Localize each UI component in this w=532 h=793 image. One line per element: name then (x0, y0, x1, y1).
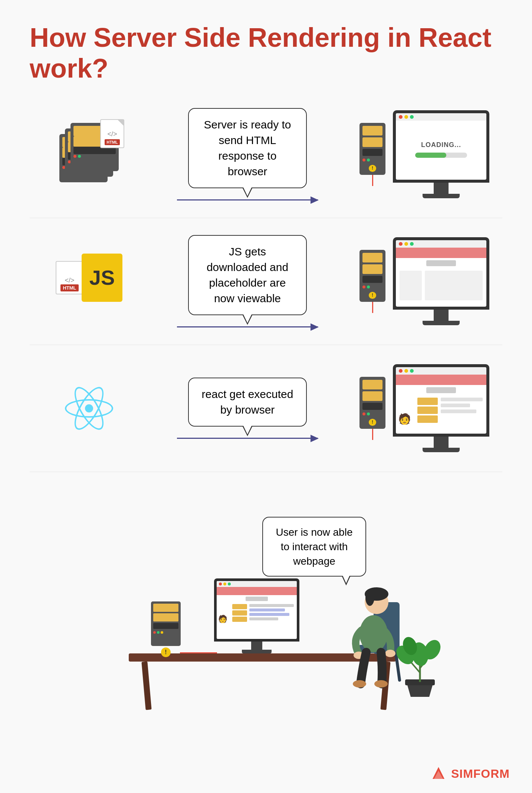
section4-bubble: User is now able to interact with webpag… (262, 517, 366, 577)
dm-line (249, 604, 294, 607)
monitor-stand (434, 183, 449, 194)
ph-body (396, 268, 486, 303)
svg-point-9 (385, 650, 395, 657)
monitor-frame: LOADING... (393, 110, 489, 183)
desk-monitor-stand (251, 642, 262, 650)
dm-figure: 🧑 (218, 614, 227, 623)
rs-content (441, 398, 483, 423)
monitor-base (423, 194, 460, 198)
section3-middle: react get executed by browser (148, 378, 347, 439)
warning-badge: ! (369, 165, 376, 172)
monitor-base-3 (423, 448, 460, 452)
section-4: User is now able to interact with webpag… (0, 472, 532, 740)
light-green (78, 155, 81, 158)
dm-header (217, 587, 297, 595)
ds-slot (153, 604, 178, 612)
rs-line (441, 398, 483, 401)
desk-monitor-screen: 🧑 (217, 581, 297, 639)
figure-icon: 🧑 (398, 413, 411, 425)
light-green (367, 412, 370, 415)
section3-left (30, 382, 148, 434)
loading-screen: LOADING... (396, 121, 486, 178)
monitor-frame-3: 🧑 (393, 364, 489, 437)
monitor-stand-3 (434, 437, 449, 448)
section3-arrow (177, 438, 318, 439)
section2-arrow (177, 326, 318, 327)
server-stack-icon: </> HTML (59, 123, 119, 186)
server-monitor-group: ! (359, 123, 385, 186)
server-slot (362, 380, 382, 389)
monitor-base-2 (423, 321, 460, 325)
server-slot (362, 391, 382, 401)
light-red (362, 159, 365, 161)
dm-search (246, 597, 268, 601)
desk-monitor-wrapper: 🧑 (214, 578, 299, 653)
rs-line (441, 409, 476, 413)
monitor-dots-3 (396, 367, 486, 375)
html-js-files-icon: </> HTML JS (56, 254, 122, 309)
dot-yellow (404, 242, 408, 246)
section2-bubble: JS gets downloaded and placeholder are n… (188, 235, 307, 315)
server-slot (362, 137, 382, 147)
ds-lights (153, 631, 178, 634)
server-lights (73, 155, 116, 158)
ds-slot-dark (153, 623, 178, 629)
dm-dots (217, 581, 297, 587)
cable-2 (372, 302, 373, 313)
server-slot (362, 264, 382, 274)
monitor-stand-2 (434, 310, 449, 321)
section1-right: ! LOADING... (347, 110, 502, 198)
monitor-loading: LOADING... (393, 110, 489, 198)
server-slot-dark (362, 276, 382, 283)
desk-leg-left (141, 661, 151, 710)
section-1: </> HTML Server is ready to send HTML re… (0, 91, 532, 218)
monitor-screen: LOADING... (396, 113, 486, 180)
dm-line (249, 617, 278, 620)
dot-red (399, 242, 403, 246)
light-yellow (161, 631, 163, 634)
section3-right: ! 🧑 (347, 364, 502, 452)
svg-point-7 (365, 590, 374, 606)
section1-left: </> HTML (30, 123, 148, 186)
svg-marker-12 (407, 684, 433, 697)
dot-yellow (404, 369, 408, 373)
monitor-placeholder (393, 237, 489, 325)
section-3: react get executed by browser ! (0, 345, 532, 471)
dot-green (410, 115, 414, 119)
section1-arrow (177, 199, 318, 200)
server-slot-dark (362, 403, 382, 410)
dm-dot-green (228, 582, 231, 585)
rs-line (441, 404, 470, 407)
react-screen-content: 🧑 (396, 375, 486, 432)
rs-sidebar (417, 398, 438, 423)
simform-logo: SIMFORM (430, 766, 510, 782)
light-green (157, 631, 160, 634)
rs-sidebar-item (417, 398, 438, 405)
svg-point-11 (374, 680, 388, 688)
page-title: How Server Side Rendering in React work? (0, 0, 532, 91)
dot-green (410, 369, 414, 373)
bubble-text-4: User is now able to interact with webpag… (276, 526, 353, 567)
server-monitor-group-3: ! (359, 377, 385, 440)
html-label: HTML (60, 284, 78, 291)
rs-header (396, 375, 486, 385)
server-lights (362, 159, 382, 161)
server-lights (362, 285, 382, 288)
server-slot (362, 253, 382, 262)
react-logo-icon (63, 382, 115, 434)
light-red (73, 155, 76, 158)
loading-bar-bg (415, 153, 467, 158)
dot-yellow (404, 115, 408, 119)
desk-monitor: 🧑 (214, 578, 299, 642)
dm-sidebar-item (232, 604, 247, 609)
loading-bar-fill (415, 153, 446, 158)
dm-dot-yellow (223, 582, 226, 585)
cable-vertical (372, 175, 373, 186)
section-2: </> HTML JS JS gets downloaded and place… (0, 218, 532, 345)
dot-red (399, 115, 403, 119)
rs-body: 🧑 (396, 395, 486, 425)
desk-scene: User is now able to interact with webpag… (99, 495, 433, 710)
desk-monitor-base (242, 650, 272, 653)
ph-sidebar (400, 271, 422, 300)
dm-sidebar-item (232, 617, 247, 622)
